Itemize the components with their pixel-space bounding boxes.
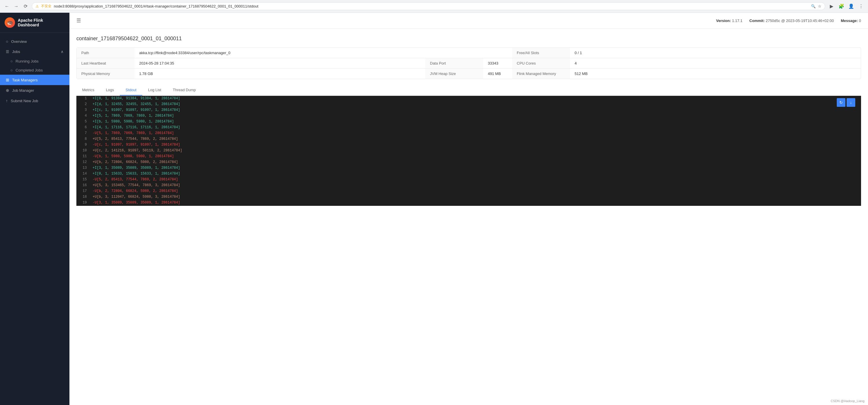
- cpu-cores-value: 4: [570, 58, 861, 68]
- sidebar-jobs-header[interactable]: ☰ Jobs ∧: [0, 47, 69, 57]
- log-line: 11-U[b, 1, 5980, 5980, 5980, 1, 28614784…: [76, 154, 861, 160]
- tab-thread-dump[interactable]: Thread Dump: [167, 85, 202, 95]
- task-managers-icon: ⊞: [6, 78, 9, 82]
- topbar-left: ☰: [76, 18, 81, 24]
- sidebar-item-running-jobs[interactable]: ○ Running Jobs: [0, 57, 69, 66]
- line-number: 4: [76, 113, 90, 119]
- address-bar[interactable]: ⚠ 不安全 node3:8088/proxy/application_17168…: [32, 2, 825, 10]
- sidebar-item-overview[interactable]: ○ Overview: [0, 36, 69, 47]
- version-value: 1.17.1: [732, 19, 742, 23]
- log-line: 18+U[b, 3, 112047, 66824, 5980, 3, 28614…: [76, 194, 861, 200]
- sidebar-item-completed-jobs[interactable]: ○ Completed Jobs: [0, 66, 69, 75]
- line-content: -U[b, 1, 5980, 5980, 5980, 1, 28614784]: [90, 154, 176, 160]
- overview-icon: ○: [6, 39, 8, 44]
- line-number: 16: [76, 183, 90, 189]
- commit-value: 2750d5c @ 2023-05-19T10:45:46+02:00: [766, 19, 834, 23]
- back-button[interactable]: ←: [3, 2, 11, 10]
- tab-metrics[interactable]: Metrics: [76, 85, 100, 95]
- line-number: 2: [76, 102, 90, 107]
- log-line: 3+I[c, 1, 91097, 91097, 91097, 1, 286147…: [76, 107, 861, 113]
- flink-memory-value: 512 MB: [570, 68, 861, 79]
- path-value: akka.tcp://flink@node4:33384/user/rpc/ta…: [134, 48, 512, 58]
- log-line: 14+I[0, 1, 15633, 15633, 15633, 1, 28614…: [76, 171, 861, 177]
- line-number: 14: [76, 171, 90, 177]
- line-number: 3: [76, 107, 90, 113]
- app-title: Apache Flink Dashboard: [18, 18, 65, 27]
- tabs: MetricsLogsStdoutLog ListThread Dump: [76, 85, 861, 96]
- log-line: 19-U[3, 1, 35089, 35089, 35089, 1, 28614…: [76, 200, 861, 206]
- url-text: node3:8088/proxy/application_17168795046…: [54, 4, 809, 8]
- line-content: -U[b, 2, 72804, 66824, 5980, 2, 28614784…: [90, 189, 180, 194]
- topbar: ☰ Version: 1.17.1 Commit: 2750d5c @ 2023…: [69, 13, 868, 29]
- sidebar-item-task-managers[interactable]: ⊞ Task Managers: [0, 75, 69, 85]
- download-log-button[interactable]: ↓: [846, 98, 855, 107]
- sidebar: 🦔 Apache Flink Dashboard ○ Overview ☰ Jo…: [0, 13, 69, 405]
- menu-button[interactable]: ⋮: [857, 2, 865, 10]
- commit-info: Commit: 2750d5c @ 2023-05-19T10:45:46+02…: [749, 19, 834, 23]
- line-number: 8: [76, 136, 90, 142]
- refresh-log-button[interactable]: ↻: [837, 98, 845, 107]
- hamburger-button[interactable]: ☰: [76, 18, 81, 24]
- nav-buttons: ← → ⟳: [3, 2, 30, 10]
- task-managers-label: Task Managers: [12, 78, 38, 82]
- sidebar-item-job-manager[interactable]: ⊕ Job Manager: [0, 85, 69, 95]
- log-line: 10+U[c, 2, 141216, 91097, 50119, 2, 2861…: [76, 148, 861, 154]
- physical-memory-label: Physical Memory: [77, 68, 134, 79]
- log-container: ↻ ↓ 1+I[8, 1, 91384, 91384, 91384, 1, 28…: [76, 96, 861, 206]
- footer-note: CSDN @Hadoop_Liang: [831, 399, 865, 403]
- line-content: -U[5, 2, 85413, 77544, 7869, 2, 28614784…: [90, 177, 180, 183]
- running-jobs-icon: ○: [10, 59, 13, 63]
- security-warning-label: 不安全: [41, 4, 52, 9]
- log-toolbar: ↻ ↓: [837, 98, 855, 107]
- line-number: 5: [76, 119, 90, 125]
- sidebar-item-submit-job[interactable]: ↑ Submit New Job: [0, 95, 69, 106]
- line-number: 13: [76, 165, 90, 171]
- play-button[interactable]: ▶: [828, 2, 836, 10]
- line-content: +I[c, 1, 91097, 91097, 91097, 1, 2861478…: [90, 107, 182, 113]
- log-line: 9-U[c, 1, 91097, 91097, 91097, 1, 286147…: [76, 142, 861, 148]
- job-manager-icon: ⊕: [6, 88, 9, 93]
- info-row-heartbeat: Last Heartbeat 2024-05-28 17:04:35 Data …: [77, 58, 861, 68]
- logo-icon: 🦔: [5, 18, 15, 28]
- forward-button[interactable]: →: [12, 2, 20, 10]
- jobs-icon: ☰: [6, 50, 9, 54]
- jvm-heap-value: 491 MB: [483, 68, 512, 79]
- heartbeat-label: Last Heartbeat: [77, 58, 134, 68]
- physical-memory-value: 1.78 GB: [134, 68, 425, 79]
- log-scroll[interactable]: 1+I[8, 1, 91384, 91384, 91384, 1, 286147…: [76, 96, 861, 206]
- bookmark-icon: ☆: [818, 4, 822, 8]
- app: 🦔 Apache Flink Dashboard ○ Overview ☰ Jo…: [0, 13, 868, 405]
- tab-logs[interactable]: Logs: [100, 85, 120, 95]
- free-slots-label: Free/All Slots: [512, 48, 570, 58]
- flink-memory-label: Flink Managed Memory: [512, 68, 570, 79]
- line-number: 18: [76, 194, 90, 200]
- line-number: 17: [76, 189, 90, 194]
- search-icon: 🔍: [811, 4, 816, 8]
- job-manager-label: Job Manager: [12, 88, 34, 93]
- line-number: 1: [76, 96, 90, 102]
- line-content: +I[0, 1, 15633, 15633, 15633, 1, 2861478…: [90, 171, 182, 177]
- log-line: 17-U[b, 2, 72804, 66824, 5980, 2, 286147…: [76, 189, 861, 194]
- tab-stdout[interactable]: Stdout: [120, 85, 142, 95]
- message-label: Message:: [841, 19, 858, 23]
- line-content: +I[3, 1, 35089, 35089, 35089, 1, 2861478…: [90, 165, 182, 171]
- running-jobs-label: Running Jobs: [16, 59, 39, 63]
- log-line: 8+U[5, 2, 85413, 77544, 7869, 2, 2861478…: [76, 136, 861, 142]
- container-title: container_1716879504622_0001_01_000011: [76, 36, 861, 42]
- message-value: 0: [859, 19, 861, 23]
- sidebar-nav: ○ Overview ☰ Jobs ∧ ○ Running Jobs ○ Com…: [0, 33, 69, 110]
- cpu-cores-label: CPU Cores: [512, 58, 570, 68]
- submit-job-label: Submit New Job: [11, 99, 38, 103]
- log-line: 12+U[b, 2, 72804, 66824, 5980, 2, 286147…: [76, 160, 861, 165]
- line-content: -U[c, 1, 91097, 91097, 91097, 1, 2861478…: [90, 142, 182, 148]
- jobs-label: Jobs: [12, 50, 20, 54]
- line-number: 12: [76, 160, 90, 165]
- reload-button[interactable]: ⟳: [22, 2, 30, 10]
- tab-log-list[interactable]: Log List: [142, 85, 167, 95]
- extensions-button[interactable]: 🧩: [837, 2, 845, 10]
- profile-button[interactable]: 👤: [847, 2, 855, 10]
- info-table: Path akka.tcp://flink@node4:33384/user/r…: [76, 48, 861, 79]
- main-content: ☰ Version: 1.17.1 Commit: 2750d5c @ 2023…: [69, 13, 868, 405]
- line-number: 7: [76, 131, 90, 136]
- log-line: 15-U[5, 2, 85413, 77544, 7869, 2, 286147…: [76, 177, 861, 183]
